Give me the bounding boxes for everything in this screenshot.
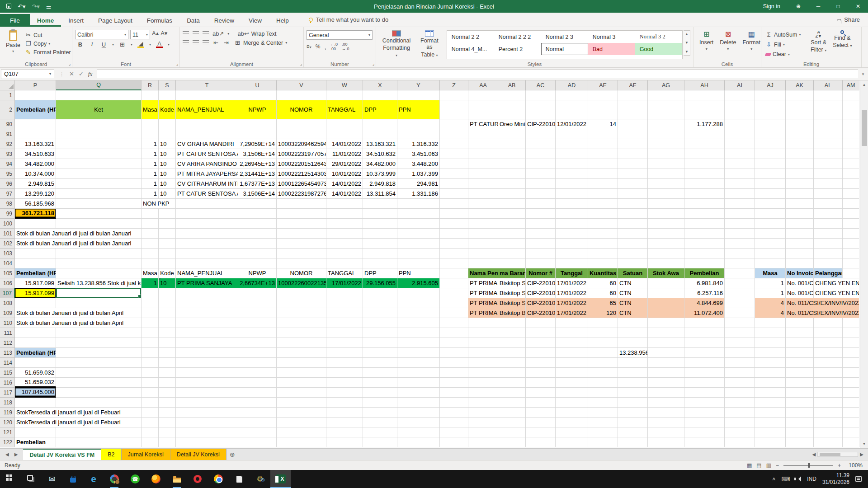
- cell-P111[interactable]: [15, 328, 56, 338]
- col-header-AD[interactable]: AD: [556, 80, 588, 90]
- cell-W120[interactable]: [326, 418, 363, 427]
- cell-U90[interactable]: [238, 119, 277, 129]
- cell-AF121[interactable]: [618, 427, 648, 437]
- notes-app[interactable]: [229, 470, 250, 488]
- cell-V2[interactable]: NOMOR: [277, 100, 326, 119]
- cell-AI107[interactable]: [725, 288, 755, 298]
- cell-AL99[interactable]: [814, 209, 843, 219]
- cell-S121[interactable]: [159, 427, 176, 437]
- cell-AL95[interactable]: [814, 169, 843, 179]
- cell-P107[interactable]: 15.917.099: [15, 288, 56, 298]
- cell-AJ106[interactable]: 1: [755, 278, 786, 288]
- gallery-up-icon[interactable]: ▲: [685, 32, 689, 36]
- cell-T93[interactable]: PT CATUR SENTOSA ADI: [176, 149, 238, 159]
- cell-AH122[interactable]: [684, 437, 725, 447]
- cell-AC121[interactable]: [526, 427, 556, 437]
- cell-U104[interactable]: [238, 258, 277, 268]
- cell-V117[interactable]: [277, 388, 326, 398]
- cell-AE106[interactable]: 60: [588, 278, 618, 288]
- cell-U95[interactable]: 2,31441E+13: [238, 169, 277, 179]
- cell-AI90[interactable]: [725, 119, 755, 129]
- cell-P119[interactable]: StokTersedia di januari di jual di Febua…: [15, 408, 142, 418]
- cell-AC116[interactable]: [526, 378, 556, 388]
- cell-W115[interactable]: [326, 368, 363, 378]
- cell-Q98[interactable]: [56, 199, 142, 209]
- cell-AH113[interactable]: [684, 348, 725, 358]
- cell-AK113[interactable]: [786, 348, 814, 358]
- cell-style-normal-2-3[interactable]: Normal 2 3: [541, 31, 588, 43]
- cell-AI119[interactable]: [725, 408, 755, 418]
- cell-AM119[interactable]: [843, 408, 859, 418]
- cell-AJ118[interactable]: [755, 398, 786, 408]
- cell-AM96[interactable]: [843, 179, 859, 189]
- cell-T101[interactable]: [176, 229, 238, 239]
- cell-V99[interactable]: [277, 209, 326, 219]
- cell-Y95[interactable]: 1.037.399: [397, 169, 440, 179]
- cell-AL90[interactable]: [814, 119, 843, 129]
- cell-Z93[interactable]: [440, 149, 468, 159]
- cell-AK100[interactable]: [786, 219, 814, 229]
- cell-Q108[interactable]: [56, 298, 142, 308]
- cell-AB95[interactable]: [498, 169, 526, 179]
- cell-AI118[interactable]: [725, 398, 755, 408]
- cell-Y112[interactable]: [397, 338, 440, 348]
- cell-W111[interactable]: [326, 328, 363, 338]
- cell-R110[interactable]: [142, 318, 159, 328]
- cell-R103[interactable]: [142, 249, 159, 258]
- cell-AH121[interactable]: [684, 427, 725, 437]
- cell-AB1[interactable]: [498, 90, 526, 100]
- cell-AM1[interactable]: [843, 90, 859, 100]
- cell-AA105[interactable]: Nama Pema: [468, 268, 498, 278]
- cell-AJ109[interactable]: 4: [755, 308, 786, 318]
- cell-AI94[interactable]: [725, 159, 755, 169]
- cell-Z113[interactable]: [440, 348, 468, 358]
- cell-AC114[interactable]: [526, 358, 556, 368]
- cell-V91[interactable]: [277, 129, 326, 139]
- cell-style-normal-4-m-[interactable]: Normal 4_M...: [447, 43, 494, 55]
- cell-AJ114[interactable]: [755, 358, 786, 368]
- cell-Y98[interactable]: [397, 199, 440, 209]
- language-indicator[interactable]: IND: [807, 476, 816, 482]
- cell-style-normal-2-2-2[interactable]: Normal 2 2 2: [494, 31, 541, 43]
- cell-AF105[interactable]: Satuan: [618, 268, 648, 278]
- cell-AM95[interactable]: [843, 169, 859, 179]
- cell-AM105[interactable]: [843, 268, 859, 278]
- cell-AK102[interactable]: [786, 239, 814, 249]
- sheet-tab-jurnal-koreksi[interactable]: Jurnal Koreksi: [122, 449, 170, 460]
- cell-T97[interactable]: PT CATUR SENTOSA ADI: [176, 189, 238, 199]
- cell-U102[interactable]: [238, 239, 277, 249]
- cell-AH96[interactable]: [684, 179, 725, 189]
- cell-Q112[interactable]: [56, 338, 142, 348]
- cell-AI120[interactable]: [725, 418, 755, 427]
- scroll-up-icon[interactable]: ▲: [863, 80, 866, 89]
- cell-Z119[interactable]: [440, 408, 468, 418]
- cell-AK93[interactable]: [786, 149, 814, 159]
- hscroll-right-icon[interactable]: ▶: [860, 452, 863, 457]
- cell-AI99[interactable]: [725, 209, 755, 219]
- cell-style-normal[interactable]: Normal: [541, 43, 588, 55]
- row-header-91[interactable]: 91: [0, 129, 15, 139]
- cell-AE98[interactable]: [588, 199, 618, 209]
- cell-Z2[interactable]: [440, 100, 468, 119]
- cell-AE95[interactable]: [588, 169, 618, 179]
- cell-AL117[interactable]: [814, 388, 843, 398]
- cell-AJ1[interactable]: [755, 90, 786, 100]
- cell-U93[interactable]: 3,1506E+14: [238, 149, 277, 159]
- cell-V116[interactable]: [277, 378, 326, 388]
- cell-AA102[interactable]: [468, 239, 498, 249]
- cell-AA1[interactable]: [468, 90, 498, 100]
- cell-R106[interactable]: 1: [142, 278, 159, 288]
- cell-AA100[interactable]: [468, 219, 498, 229]
- cell-U105[interactable]: NPWP: [238, 268, 277, 278]
- cell-P116[interactable]: 51.659.032: [15, 378, 56, 388]
- cell-Y107[interactable]: [397, 288, 440, 298]
- cell-P120[interactable]: StokTersedia di januari di jual di Febua…: [15, 418, 142, 427]
- cell-R91[interactable]: [142, 129, 159, 139]
- cell-Q99[interactable]: [56, 209, 142, 219]
- cell-AM91[interactable]: [843, 129, 859, 139]
- col-header-AM[interactable]: AM: [843, 80, 859, 90]
- cell-AM116[interactable]: [843, 378, 859, 388]
- cell-V93[interactable]: 100022231977057: [277, 149, 326, 159]
- cell-AK104[interactable]: [786, 258, 814, 268]
- row-header-112[interactable]: 112: [0, 338, 15, 348]
